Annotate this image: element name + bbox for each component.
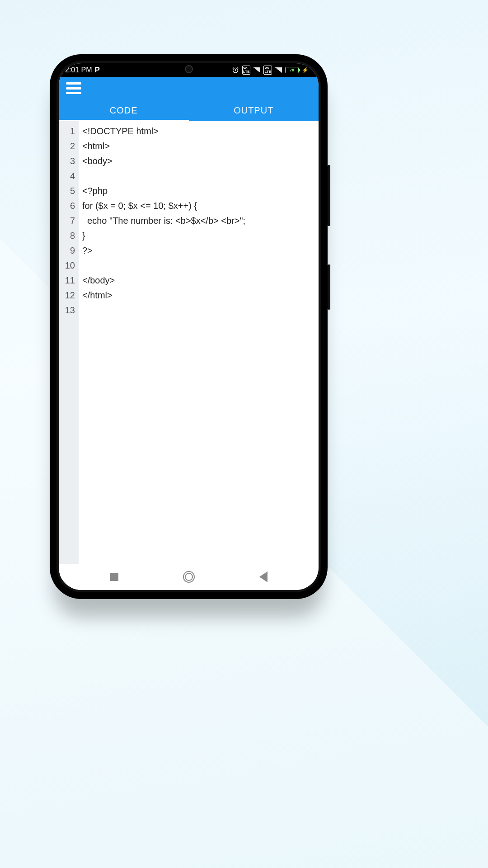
android-p-icon: P bbox=[95, 66, 100, 75]
line-number: 11 bbox=[59, 273, 75, 288]
code-editor[interactable]: 12345678910111213 <!DOCTYPE html><html><… bbox=[59, 121, 319, 564]
code-line[interactable]: echo "The number is: <b>$x</b> <br>"; bbox=[82, 213, 317, 228]
code-line[interactable]: </body> bbox=[82, 273, 317, 288]
volte-icon-2: VoLTE bbox=[263, 66, 272, 75]
battery-icon: 70 bbox=[285, 67, 299, 73]
android-nav-bar bbox=[59, 564, 319, 590]
signal-icon-2 bbox=[275, 67, 282, 73]
volte-icon-1: VoLTE bbox=[242, 66, 251, 75]
code-line[interactable]: <body> bbox=[82, 154, 317, 169]
charging-icon: ⚡ bbox=[302, 67, 309, 73]
status-time: 2:01 PM bbox=[65, 66, 92, 74]
line-gutter: 12345678910111213 bbox=[59, 121, 79, 564]
notch bbox=[144, 63, 234, 76]
line-number: 5 bbox=[59, 184, 75, 198]
recents-button[interactable] bbox=[101, 568, 128, 586]
code-line[interactable] bbox=[82, 303, 317, 318]
tab-output-label: OUTPUT bbox=[234, 105, 273, 116]
tab-output[interactable]: OUTPUT bbox=[189, 99, 319, 121]
line-number: 4 bbox=[59, 169, 75, 184]
tab-code-label: CODE bbox=[110, 105, 138, 116]
line-number: 12 bbox=[59, 288, 75, 303]
code-content[interactable]: <!DOCTYPE html><html><body><?phpfor ($x … bbox=[79, 121, 319, 564]
line-number: 2 bbox=[59, 139, 75, 154]
line-number: 9 bbox=[59, 243, 75, 258]
code-line[interactable]: <!DOCTYPE html> bbox=[82, 124, 317, 139]
app-header: CODE OUTPUT bbox=[59, 77, 319, 121]
home-button[interactable] bbox=[175, 568, 202, 586]
code-line[interactable] bbox=[82, 169, 317, 184]
menu-icon[interactable] bbox=[66, 82, 81, 94]
volume-button bbox=[328, 165, 330, 226]
code-line[interactable]: </html> bbox=[82, 288, 317, 303]
power-button bbox=[328, 264, 330, 310]
line-number: 10 bbox=[59, 258, 75, 273]
phone-screen: 2:01 PM P VoLTE VoLTE 70 ⚡ bbox=[59, 63, 319, 590]
code-line[interactable]: <html> bbox=[82, 139, 317, 154]
line-number: 3 bbox=[59, 154, 75, 169]
signal-icon-1 bbox=[253, 67, 260, 73]
back-button[interactable] bbox=[250, 568, 277, 586]
line-number: 8 bbox=[59, 228, 75, 243]
line-number: 7 bbox=[59, 213, 75, 228]
line-number: 13 bbox=[59, 303, 75, 318]
phone-frame: 2:01 PM P VoLTE VoLTE 70 ⚡ bbox=[50, 54, 328, 599]
code-line[interactable] bbox=[82, 258, 317, 273]
alarm-icon bbox=[232, 66, 239, 74]
line-number: 6 bbox=[59, 198, 75, 213]
code-line[interactable]: for ($x = 0; $x <= 10; $x++) { bbox=[82, 198, 317, 213]
code-line[interactable]: } bbox=[82, 228, 317, 243]
tab-code[interactable]: CODE bbox=[59, 99, 189, 121]
line-number: 1 bbox=[59, 124, 75, 139]
tab-bar: CODE OUTPUT bbox=[59, 99, 319, 121]
code-line[interactable]: ?> bbox=[82, 243, 317, 258]
code-line[interactable]: <?php bbox=[82, 184, 317, 198]
